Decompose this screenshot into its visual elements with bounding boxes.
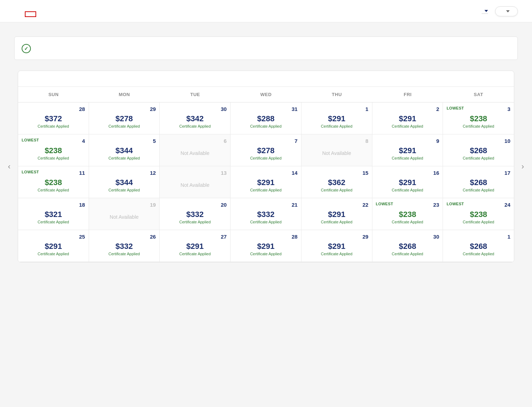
calendar-cell[interactable]: 21$332Certificate Applied <box>231 198 301 230</box>
calendar-cell[interactable]: LOWEST11$238Certificate Applied <box>18 166 89 198</box>
cell-date: 31 <box>234 106 298 112</box>
calendar-month-title <box>18 71 514 87</box>
cell-date: 25 <box>22 234 85 240</box>
calendar-cell[interactable]: 30$342Certificate Applied <box>160 102 231 134</box>
calendar-cell[interactable]: 7$278Certificate Applied <box>231 134 301 166</box>
cell-date: 24 <box>464 202 510 208</box>
cell-price: $291 <box>305 114 368 123</box>
cell-date: 10 <box>447 138 510 144</box>
calendar-cell[interactable]: 28$291Certificate Applied <box>231 230 301 262</box>
calendar-wrapper: ‹ › SUNMONTUEWEDTHUFRISAT 28$372Certific… <box>18 71 514 262</box>
cell-price: $344 <box>93 178 156 187</box>
calendar-cell[interactable]: 20$332Certificate Applied <box>160 198 231 230</box>
cell-cert-label: Certificate Applied <box>376 252 439 256</box>
cell-cert-label: Certificate Applied <box>376 220 439 224</box>
cell-cert-label: Certificate Applied <box>234 188 298 192</box>
cell-date: 7 <box>234 138 298 144</box>
calendar-cell[interactable]: 29$291Certificate Applied <box>301 230 372 262</box>
cell-date: 14 <box>234 170 298 176</box>
lowest-badge: LOWEST <box>447 106 464 111</box>
companion-banner <box>14 37 518 60</box>
calendar-cell[interactable]: LOWEST24$238Certificate Applied <box>443 198 514 230</box>
trip-length-chevron-icon <box>484 10 488 12</box>
calendar-cell[interactable]: 1$268Certificate Applied <box>443 230 514 262</box>
cell-cert-label: Certificate Applied <box>22 156 85 160</box>
cell-unavailable-text: Not Available <box>163 182 227 188</box>
cell-price: $362 <box>305 178 368 187</box>
calendar-cell[interactable]: 27$291Certificate Applied <box>160 230 231 262</box>
calendar-cell[interactable]: 25$291Certificate Applied <box>18 230 89 262</box>
cell-cert-label: Certificate Applied <box>163 220 227 224</box>
cell-cert-label: Certificate Applied <box>22 252 85 256</box>
cell-date: 6 <box>163 138 227 144</box>
calendar-day-header: WED <box>231 87 301 102</box>
cell-price: $291 <box>234 178 298 187</box>
calendar-cell[interactable]: 30$268Certificate Applied <box>372 230 443 262</box>
calendar-cell[interactable]: 15$362Certificate Applied <box>301 166 372 198</box>
cell-price: $238 <box>22 178 85 187</box>
calendar-day-header: THU <box>301 87 372 102</box>
cell-price: $332 <box>93 242 156 251</box>
cell-unavailable-text: Not Available <box>305 150 368 156</box>
calendar-cell[interactable]: 5$344Certificate Applied <box>89 134 160 166</box>
cell-price: $268 <box>447 242 510 251</box>
check-circle-icon <box>22 44 31 53</box>
cell-cert-label: Certificate Applied <box>305 188 368 192</box>
trip-length-select[interactable] <box>482 10 488 14</box>
cell-price: $291 <box>22 242 85 251</box>
trip-length-control[interactable] <box>482 9 488 14</box>
cell-cert-label: Certificate Applied <box>234 252 298 256</box>
cell-date: 13 <box>163 170 227 176</box>
calendar-cell[interactable]: 17$268Certificate Applied <box>443 166 514 198</box>
cell-date: 12 <box>93 170 156 176</box>
filter-button[interactable] <box>495 6 518 16</box>
calendar-cell[interactable]: LOWEST23$238Certificate Applied <box>372 198 443 230</box>
calendar-header: SUNMONTUEWEDTHUFRISAT <box>18 87 514 102</box>
calendar-cell[interactable]: 28$372Certificate Applied <box>18 102 89 134</box>
calendar-cell[interactable]: 2$291Certificate Applied <box>372 102 443 134</box>
lowest-badge: LOWEST <box>447 202 464 206</box>
cell-price: $291 <box>376 114 439 123</box>
calendar-cell[interactable]: 1$291Certificate Applied <box>301 102 372 134</box>
calendar-prev-arrow[interactable]: ‹ <box>4 161 15 172</box>
cell-date: 23 <box>393 202 439 208</box>
cell-price: $238 <box>447 210 510 219</box>
calendar-cell[interactable]: 12$344Certificate Applied <box>89 166 160 198</box>
cell-date: 28 <box>22 106 85 112</box>
calendar-day-header: FRI <box>372 87 443 102</box>
calendar-cell[interactable]: LOWEST4$238Certificate Applied <box>18 134 89 166</box>
calendar-cell[interactable]: 18$321Certificate Applied <box>18 198 89 230</box>
calendar-cell[interactable]: 29$278Certificate Applied <box>89 102 160 134</box>
cell-cert-label: Certificate Applied <box>447 156 510 160</box>
calendar-cell[interactable]: 10$268Certificate Applied <box>443 134 514 166</box>
calendar-cell[interactable]: 16$291Certificate Applied <box>372 166 443 198</box>
calendar-cell: 6Not Available <box>160 134 231 166</box>
calendar-next-arrow[interactable]: › <box>517 161 528 172</box>
lowest-badge: LOWEST <box>22 138 39 143</box>
cell-price: $268 <box>447 146 510 155</box>
cell-cert-label: Certificate Applied <box>22 188 85 192</box>
cell-price: $344 <box>93 146 156 155</box>
cell-price: $291 <box>376 178 439 187</box>
calendar-cell[interactable]: 9$291Certificate Applied <box>372 134 443 166</box>
calendar-cell[interactable]: LOWEST3$238Certificate Applied <box>443 102 514 134</box>
cell-cert-label: Certificate Applied <box>305 124 368 128</box>
cell-cert-label: Certificate Applied <box>447 220 510 224</box>
cell-date: 2 <box>376 106 439 112</box>
calendar-cell[interactable]: 31$288Certificate Applied <box>231 102 301 134</box>
cell-date: 17 <box>447 170 510 176</box>
cell-date: 16 <box>376 170 439 176</box>
calendar-cell[interactable]: 26$332Certificate Applied <box>89 230 160 262</box>
cell-price: $291 <box>234 242 298 251</box>
price-calendar-tab[interactable] <box>25 11 36 17</box>
cell-date: 4 <box>39 138 85 144</box>
cell-date: 21 <box>234 202 298 208</box>
cell-price: $268 <box>447 178 510 187</box>
calendar-cell[interactable]: 14$291Certificate Applied <box>231 166 301 198</box>
cell-date: 29 <box>305 234 368 240</box>
cell-cert-label: Certificate Applied <box>234 124 298 128</box>
cell-date: 20 <box>163 202 227 208</box>
calendar-cell[interactable]: 22$291Certificate Applied <box>301 198 372 230</box>
cell-cert-label: Certificate Applied <box>93 124 156 128</box>
top-navigation <box>0 0 532 22</box>
